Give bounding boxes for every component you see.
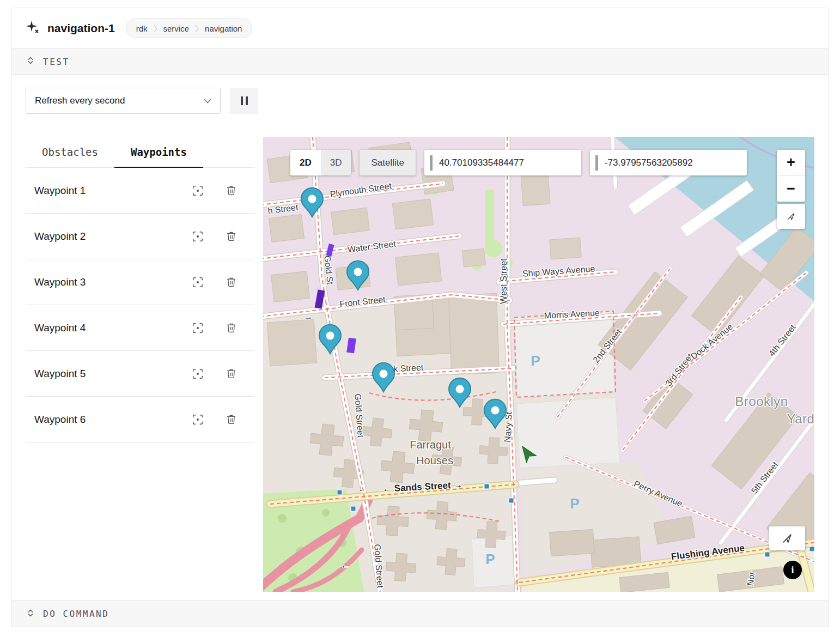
- do-command-section-header[interactable]: DO COMMAND: [11, 600, 829, 627]
- trash-icon: [226, 185, 237, 196]
- delete-waypoint-button[interactable]: [224, 367, 238, 380]
- compass-button[interactable]: [777, 204, 805, 229]
- chevron-down-icon: [204, 99, 211, 104]
- trash-icon: [226, 230, 237, 242]
- map-label: →: [303, 312, 313, 322]
- viewfinder-icon: [192, 368, 204, 380]
- focus-waypoint-button[interactable]: [191, 321, 205, 335]
- trash-icon: [226, 322, 237, 333]
- trash-icon: [226, 368, 237, 379]
- component-sparkle-icon: [26, 20, 40, 37]
- trash-icon: [226, 276, 237, 288]
- viewfinder-icon: [192, 276, 204, 288]
- chevron-right-icon: [195, 25, 199, 33]
- zoom-out-button[interactable]: −: [777, 176, 805, 202]
- test-section-label: TEST: [43, 57, 70, 67]
- map-toolbar: 2D 3D Satellite 40.70109335484477 -73.97…: [290, 150, 747, 175]
- delete-waypoint-button[interactable]: [224, 229, 238, 243]
- waypoints-panel: Obstacles Waypoints Waypoint 1: [26, 137, 254, 592]
- breadcrumb-item-navigation[interactable]: navigation: [205, 24, 242, 33]
- viewfinder-icon: [192, 414, 204, 426]
- navigate-arrow-icon: [781, 532, 793, 544]
- trash-icon: [226, 414, 237, 425]
- map-label: P: [531, 353, 540, 369]
- map-3d-button[interactable]: 3D: [321, 150, 351, 175]
- waypoint-row: Waypoint 4: [26, 305, 254, 351]
- viewfinder-icon: [192, 185, 204, 197]
- breadcrumb-item-service[interactable]: service: [163, 24, 190, 33]
- map-dimension-toggle: 2D 3D: [290, 150, 351, 175]
- page-title: navigation-1: [47, 22, 115, 35]
- input-accent-bar: [430, 155, 433, 171]
- zoom-in-button[interactable]: +: [777, 150, 805, 175]
- map-label: ←: [341, 561, 350, 570]
- waypoint-list: Waypoint 1 Waypoint 2: [26, 168, 254, 442]
- longitude-value: -73.97957563205892: [605, 157, 693, 168]
- map-label: Brooklyn: [735, 394, 788, 409]
- waypoint-label: Waypoint 3: [34, 276, 86, 288]
- panel-tabs: Obstacles Waypoints: [26, 137, 254, 168]
- collapse-icon: [26, 56, 35, 67]
- waypoint-row: Waypoint 3: [26, 259, 254, 305]
- map-canvas[interactable]: Plymouth Streeth StreetWater StreetFront…: [263, 137, 814, 592]
- waypoint-row: Waypoint 5: [26, 351, 254, 397]
- waypoint-label: Waypoint 2: [34, 230, 86, 242]
- waypoint-label: Waypoint 5: [34, 368, 86, 380]
- breadcrumb-item-rdk[interactable]: rdk: [136, 24, 148, 33]
- locate-button[interactable]: [769, 526, 805, 550]
- map-label: ↓: [358, 483, 363, 493]
- map-2d-button[interactable]: 2D: [290, 150, 321, 175]
- latitude-input[interactable]: 40.70109335484477: [424, 150, 581, 175]
- focus-waypoint-button[interactable]: [191, 184, 205, 198]
- refresh-select[interactable]: Refresh every second: [26, 88, 221, 114]
- viewfinder-icon: [192, 322, 204, 334]
- focus-waypoint-button[interactable]: [191, 413, 205, 427]
- pause-refresh-button[interactable]: [230, 88, 258, 114]
- map-label: P: [570, 495, 579, 512]
- waypoint-row: Waypoint 2: [26, 214, 254, 259]
- map-label: P: [485, 551, 495, 567]
- focus-waypoint-button[interactable]: [191, 367, 205, 381]
- focus-waypoint-button[interactable]: [191, 275, 205, 289]
- map-label: Houses: [416, 454, 453, 466]
- expand-icon: [26, 609, 35, 620]
- chevron-right-icon: [154, 25, 157, 33]
- refresh-select-value: Refresh every second: [35, 95, 125, 106]
- tab-obstacles[interactable]: Obstacles: [26, 137, 114, 168]
- map-label: k Street: [393, 363, 424, 374]
- navigation-card: navigation-1 rdk service navigation TEST…: [11, 8, 829, 627]
- main-content: Obstacles Waypoints Waypoint 1: [11, 126, 829, 592]
- delete-waypoint-button[interactable]: [224, 321, 238, 335]
- map-label: Farragut: [410, 439, 451, 451]
- map-info-button[interactable]: i: [783, 561, 802, 579]
- compass-arrow-icon: [786, 211, 796, 221]
- waypoint-label: Waypoint 4: [34, 322, 86, 334]
- map[interactable]: Plymouth Streeth StreetWater StreetFront…: [263, 137, 814, 592]
- latitude-value: 40.70109335484477: [439, 157, 524, 168]
- test-section-header[interactable]: TEST: [11, 48, 829, 75]
- delete-waypoint-button[interactable]: [224, 413, 238, 426]
- map-satellite-button[interactable]: Satellite: [360, 150, 415, 175]
- waypoint-row: Waypoint 6: [26, 397, 254, 442]
- delete-waypoint-button[interactable]: [224, 184, 238, 197]
- waypoint-row: Waypoint 1: [26, 168, 254, 214]
- map-label: Yard: [787, 411, 814, 426]
- delete-waypoint-button[interactable]: [224, 275, 238, 289]
- waypoint-label: Waypoint 1: [34, 185, 86, 197]
- map-zoom-controls: + −: [777, 150, 805, 229]
- focus-waypoint-button[interactable]: [191, 229, 205, 244]
- tab-waypoints[interactable]: Waypoints: [114, 137, 203, 168]
- map-label: West Street: [499, 258, 508, 304]
- longitude-input[interactable]: -73.97957563205892: [590, 150, 747, 175]
- pause-icon: [241, 96, 243, 105]
- do-command-label: DO COMMAND: [43, 609, 109, 619]
- card-header: navigation-1 rdk service navigation: [11, 8, 829, 48]
- input-accent-bar: [595, 155, 598, 171]
- waypoint-label: Waypoint 6: [34, 414, 86, 426]
- refresh-controls: Refresh every second: [11, 75, 829, 126]
- viewfinder-icon: [192, 230, 204, 242]
- breadcrumb: rdk service navigation: [126, 19, 253, 38]
